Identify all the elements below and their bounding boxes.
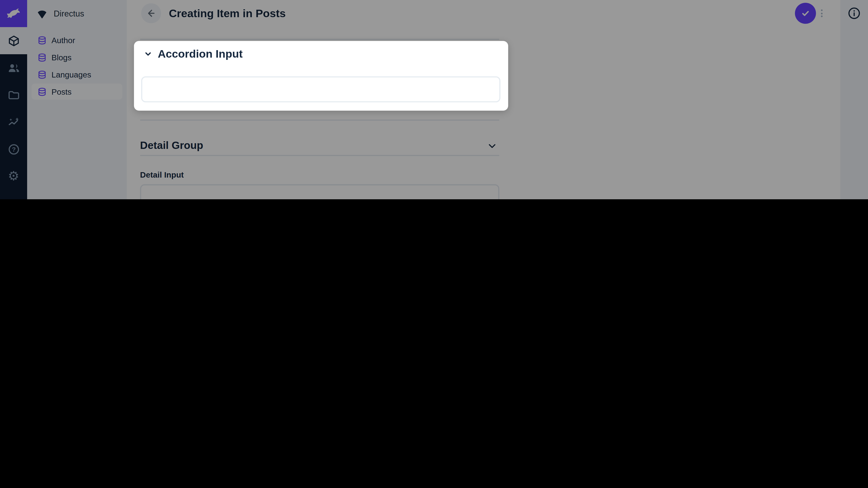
- accordion-toggle[interactable]: Accordion Input: [134, 41, 508, 60]
- accordion-input-field[interactable]: [141, 76, 500, 102]
- app-root: ? ⚙: [0, 0, 868, 199]
- accordion-group-card: Accordion Input: [134, 41, 508, 111]
- chevron-down-icon: [144, 50, 152, 58]
- accordion-group-title: Accordion Input: [158, 48, 243, 60]
